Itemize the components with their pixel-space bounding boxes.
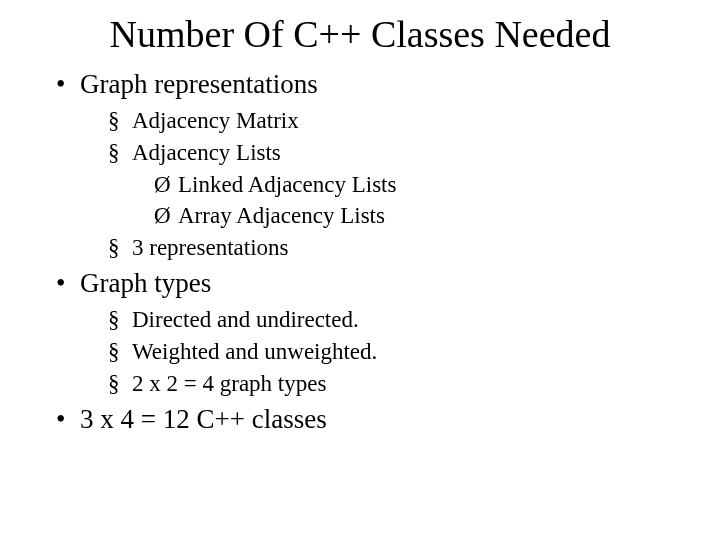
bullet-weighted-unweighted: Weighted and unweighted. (108, 337, 684, 367)
bullet-linked-adjacency-lists: Linked Adjacency Lists (154, 170, 684, 200)
bullet-array-adjacency-lists: Array Adjacency Lists (154, 201, 684, 231)
text: Linked Adjacency Lists (178, 172, 396, 197)
slide: Number Of C++ Classes Needed Graph repre… (0, 0, 720, 540)
text: 2 x 2 = 4 graph types (132, 371, 326, 396)
bullet-graph-types: Graph types (56, 267, 684, 301)
text: Adjacency Lists (132, 140, 281, 165)
bullet-adjacency-matrix: Adjacency Matrix (108, 106, 684, 136)
text: Directed and undirected. (132, 307, 359, 332)
bullet-two-by-two: 2 x 2 = 4 graph types (108, 369, 684, 399)
bullet-twelve-classes: 3 x 4 = 12 C++ classes (56, 403, 684, 437)
text: Graph representations (80, 69, 318, 99)
bullet-directed-undirected: Directed and undirected. (108, 305, 684, 335)
bullet-adjacency-lists: Adjacency Lists (108, 138, 684, 168)
text: Graph types (80, 268, 211, 298)
text: Array Adjacency Lists (178, 203, 385, 228)
text: Adjacency Matrix (132, 108, 299, 133)
text: Weighted and unweighted. (132, 339, 377, 364)
text: 3 x 4 = 12 C++ classes (80, 404, 327, 434)
slide-title: Number Of C++ Classes Needed (36, 12, 684, 56)
bullet-three-representations: 3 representations (108, 233, 684, 263)
bullet-graph-representations: Graph representations (56, 68, 684, 102)
text: 3 representations (132, 235, 288, 260)
